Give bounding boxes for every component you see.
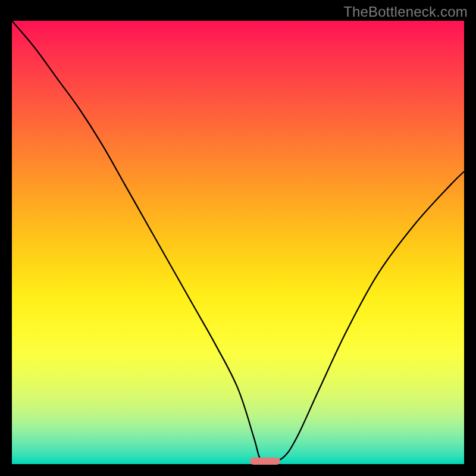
- plot-area: [12, 21, 464, 464]
- chart-frame: TheBottleneck.com: [0, 0, 476, 476]
- optimal-marker: [250, 458, 281, 465]
- bottleneck-curve: [12, 21, 464, 464]
- watermark-text: TheBottleneck.com: [343, 4, 468, 20]
